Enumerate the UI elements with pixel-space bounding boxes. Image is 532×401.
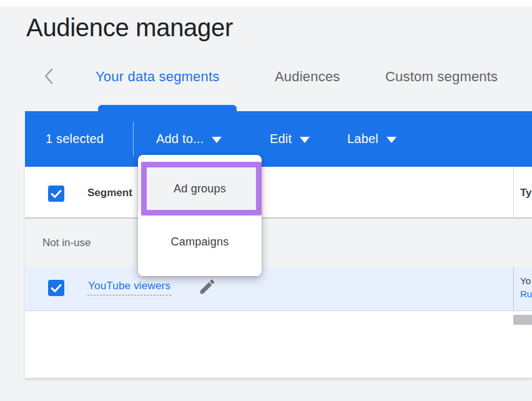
caret-down-icon [387, 137, 397, 143]
label-menu-button[interactable]: Label [347, 111, 397, 167]
selected-count: 1 selected [46, 111, 104, 167]
select-all-checkbox[interactable] [48, 186, 64, 202]
edit-menu-button[interactable]: Edit [270, 111, 310, 167]
group-row-not-in-use: Not in-use [25, 219, 532, 267]
column-header-segment: Segment [87, 167, 132, 219]
tab-label: Audiences [275, 69, 340, 84]
group-row-label: Not in-use [42, 219, 91, 267]
scrollbar-thumb[interactable] [513, 315, 532, 325]
column-divider [513, 267, 514, 310]
table-row: YouTube viewers Yo Ru [25, 267, 532, 311]
menu-label: Edit [270, 132, 292, 146]
back-chevron-icon[interactable] [41, 67, 56, 86]
tab-custom-segments[interactable]: Custom segments [385, 69, 498, 85]
active-tab-indicator [98, 105, 237, 111]
tab-label: Your data segments [96, 69, 219, 84]
page-title: Audience manager [26, 14, 233, 42]
checkbox-checked-icon [48, 280, 64, 296]
table-header-row: Segment Ty [25, 167, 532, 219]
tab-your-data-segments[interactable]: Your data segments [96, 69, 219, 85]
pencil-icon [198, 277, 217, 296]
audience-manager-screen: Audience manager Your data segments Audi… [0, 0, 532, 401]
tab-label: Custom segments [385, 69, 498, 84]
segment-name-link[interactable]: YouTube viewers [87, 280, 171, 295]
tab-audiences[interactable]: Audiences [275, 69, 340, 85]
bulk-action-bar: 1 selected Add to... Edit Label [25, 111, 532, 167]
menu-item-campaigns[interactable]: Campaigns [138, 220, 262, 263]
menu-item-ad-groups[interactable]: Ad groups [138, 167, 262, 210]
column-header-type: Ty [520, 167, 532, 219]
top-strip [0, 0, 532, 6]
caret-down-icon [212, 137, 222, 143]
type-cell-line1: Yo [520, 274, 532, 287]
menu-label: Label [347, 132, 378, 146]
caret-down-icon [300, 137, 310, 143]
checkbox-checked-icon [48, 186, 64, 202]
segments-table: Segment Ty Not in-use YouTube viewers [25, 167, 532, 378]
add-to-dropdown-menu: Ad groups Campaigns [138, 155, 262, 276]
edit-segment-button[interactable] [197, 277, 217, 297]
chevron-left-icon [43, 67, 54, 85]
type-cell: Yo Ru [520, 274, 532, 300]
row-checkbox[interactable] [48, 280, 64, 296]
menu-label: Add to... [156, 132, 204, 146]
bar-divider [133, 122, 134, 156]
type-cell-line2: Ru [520, 287, 532, 300]
column-divider [513, 167, 514, 217]
